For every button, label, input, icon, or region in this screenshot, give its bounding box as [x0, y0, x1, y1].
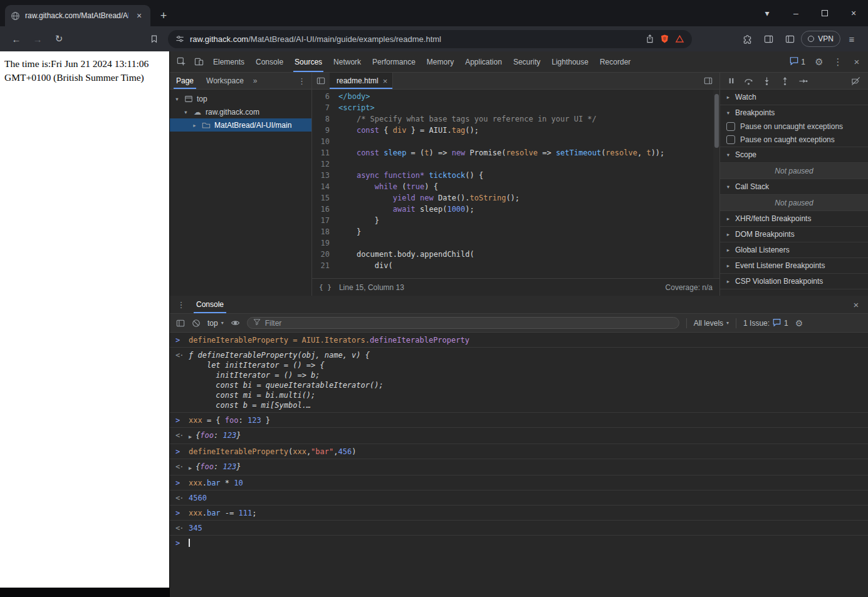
close-devtools-icon[interactable]: ×	[848, 53, 865, 71]
device-toolbar-icon[interactable]	[190, 53, 207, 71]
console-issues-counter[interactable]: 1 Issue: 1	[743, 318, 788, 328]
checkbox-row-pause-on-caught-exceptions[interactable]: Pause on caught exceptions	[720, 133, 868, 147]
toggle-navigator-icon[interactable]	[312, 73, 330, 89]
section-header-xhr-fetch-breakpoints[interactable]: ▸XHR/fetch Breakpoints	[720, 211, 868, 226]
navigator-tab-workspace[interactable]: Workspace	[200, 73, 250, 89]
eye-icon[interactable]	[231, 318, 240, 328]
tree-chevron-icon[interactable]: ▸	[191, 122, 198, 128]
line-number[interactable]: 7	[312, 102, 338, 113]
url-text[interactable]: raw.githack.com/MatAtBread/AI-UI/main/gu…	[190, 34, 640, 44]
inspect-element-icon[interactable]	[172, 53, 190, 71]
section-header-csp-violation-breakpoints[interactable]: ▸CSP Violation Breakpoints	[720, 274, 868, 289]
more-tabs-icon[interactable]: »	[250, 76, 261, 85]
devtools-tab-network[interactable]: Network	[328, 51, 367, 72]
section-header-call-stack[interactable]: ▾Call Stack	[720, 179, 868, 194]
step-out-button[interactable]	[780, 76, 790, 86]
tree-item-raw-githack-com[interactable]: ▾☁raw.githack.com	[170, 105, 311, 118]
brave-shield-icon[interactable]	[660, 34, 669, 44]
scrollbar-thumb[interactable]	[714, 94, 719, 148]
tab-search-button[interactable]: ▾	[753, 0, 782, 26]
line-number[interactable]: 12	[312, 158, 338, 170]
issues-chip[interactable]: 1	[786, 56, 809, 67]
navigator-menu-icon[interactable]: ⋮	[292, 76, 311, 86]
line-number[interactable]: 17	[312, 215, 338, 226]
section-header-scope[interactable]: ▾Scope	[720, 147, 868, 162]
tree-item-top[interactable]: ▾top	[170, 92, 311, 105]
section-header-dom-breakpoints[interactable]: ▸DOM Breakpoints	[720, 227, 868, 242]
devtools-tab-security[interactable]: Security	[508, 51, 546, 72]
checkbox-row-pause-on-uncaught-exceptions[interactable]: Pause on uncaught exceptions	[720, 120, 868, 133]
maximize-button[interactable]	[810, 0, 839, 26]
menu-button[interactable]: ≡	[842, 29, 862, 49]
line-number[interactable]: 14	[312, 181, 338, 192]
line-number[interactable]: 21	[312, 260, 338, 271]
browser-tab[interactable]: raw.githack.com/MatAtBread/Al ×	[5, 5, 150, 26]
share-icon[interactable]	[646, 34, 654, 43]
devtools-tab-elements[interactable]: Elements	[207, 51, 250, 72]
extensions-icon[interactable]	[737, 29, 757, 49]
tab-close-icon[interactable]: ×	[133, 10, 145, 21]
sidebar-icon[interactable]	[758, 29, 778, 49]
section-header-watch[interactable]: ▸Watch	[720, 90, 868, 105]
devtools-tab-recorder[interactable]: Recorder	[594, 51, 636, 72]
section-header-event-listener-breakpoints[interactable]: ▸Event Listener Breakpoints	[720, 258, 868, 273]
line-number[interactable]: 20	[312, 249, 338, 260]
step-button[interactable]	[798, 76, 808, 86]
line-number[interactable]: 19	[312, 237, 338, 249]
devtools-tab-console[interactable]: Console	[250, 51, 289, 72]
close-window-button[interactable]: ×	[839, 0, 868, 26]
drawer-menu-icon[interactable]: ⋮	[174, 300, 189, 309]
reading-list-icon[interactable]	[780, 29, 800, 49]
checkbox-pause-on-caught-exceptions[interactable]	[726, 135, 735, 144]
drawer-tab-console[interactable]: Console	[189, 296, 231, 313]
line-number[interactable]: 15	[312, 192, 338, 204]
line-number[interactable]: 13	[312, 170, 338, 181]
line-number[interactable]: 10	[312, 136, 338, 147]
console-settings-icon[interactable]: ⚙	[795, 318, 803, 328]
clear-console-icon[interactable]	[192, 319, 201, 328]
expand-triangle-icon[interactable]: ▶	[189, 462, 192, 473]
log-levels-dropdown[interactable]: All levels ▾	[694, 319, 729, 328]
devtools-tab-application[interactable]: Application	[459, 51, 508, 72]
section-header-global-listeners[interactable]: ▸Global Listeners	[720, 242, 868, 257]
code-editor[interactable]: 6</body>7<script>8 /* Specify what base …	[312, 90, 719, 278]
toggle-debugger-sidebar-icon[interactable]	[699, 76, 717, 85]
minimize-button[interactable]: –	[782, 0, 810, 26]
line-number[interactable]: 11	[312, 147, 338, 158]
filter-input[interactable]: Filter	[247, 317, 679, 329]
console-sidebar-icon[interactable]	[176, 319, 185, 328]
step-over-button[interactable]	[744, 76, 753, 86]
pause-script-button[interactable]	[728, 77, 735, 85]
back-button[interactable]: ←	[6, 29, 26, 49]
line-number[interactable]: 6	[312, 91, 338, 102]
tree-chevron-icon[interactable]: ▾	[174, 96, 180, 102]
vpn-button[interactable]: VPN	[801, 31, 840, 47]
brave-rewards-icon[interactable]	[675, 34, 684, 44]
new-tab-button[interactable]: +	[155, 7, 172, 24]
console-input[interactable]	[189, 538, 190, 548]
tree-item-matatbread-ai-ui-main[interactable]: ▸MatAtBread/AI-UI/main	[170, 118, 311, 132]
devtools-tab-performance[interactable]: Performance	[367, 51, 421, 72]
line-number[interactable]: 16	[312, 204, 338, 215]
line-number[interactable]: 18	[312, 226, 338, 237]
address-bar[interactable]: raw.githack.com/MatAtBread/AI-UI/main/gu…	[168, 30, 692, 48]
deactivate-breakpoints-button[interactable]	[851, 76, 860, 86]
devtools-tab-lighthouse[interactable]: Lighthouse	[546, 51, 594, 72]
close-drawer-icon[interactable]: ×	[848, 299, 864, 310]
reload-button[interactable]: ↻	[49, 29, 69, 49]
context-selector[interactable]: top ▾	[207, 319, 224, 328]
line-number[interactable]: 8	[312, 113, 338, 125]
navigator-tab-page[interactable]: Page	[170, 73, 200, 89]
file-tab-close-icon[interactable]: ×	[383, 76, 388, 86]
pretty-print-icon[interactable]: { }	[319, 283, 332, 291]
site-settings-icon[interactable]	[175, 34, 184, 43]
devtools-settings-icon[interactable]: ⚙	[810, 53, 828, 71]
checkbox-pause-on-uncaught-exceptions[interactable]	[726, 122, 735, 131]
devtools-tab-memory[interactable]: Memory	[421, 51, 459, 72]
bookmark-icon[interactable]	[144, 29, 164, 49]
section-header-breakpoints[interactable]: ▾Breakpoints	[720, 105, 868, 120]
editor-scrollbar[interactable]	[713, 90, 719, 278]
step-into-button[interactable]	[762, 76, 771, 86]
devtools-tab-sources[interactable]: Sources	[289, 51, 328, 72]
devtools-menu-icon[interactable]: ⋮	[829, 53, 847, 71]
